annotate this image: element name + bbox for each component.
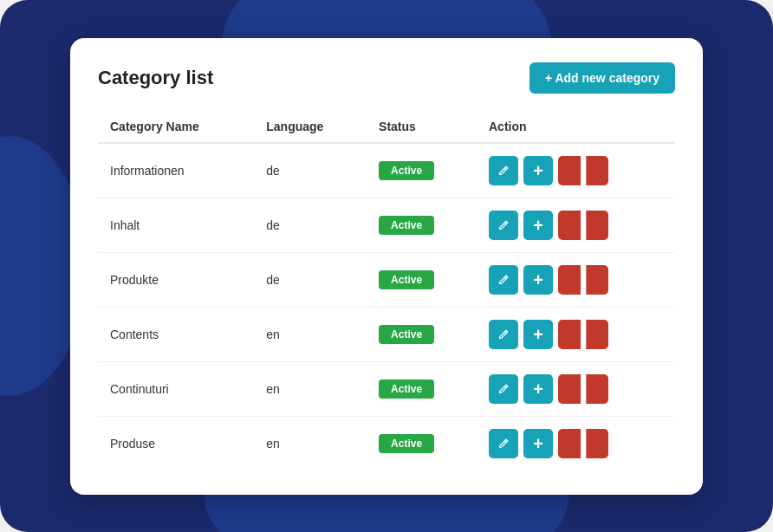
table-row: Produse en Active + <box>98 416 675 470</box>
edit-button[interactable] <box>489 156 518 185</box>
table-header-row: Category Name Language Status Action <box>98 111 675 143</box>
cell-action: + <box>477 361 675 416</box>
delete-button-right[interactable] <box>586 320 608 349</box>
cell-status: Active <box>367 361 477 416</box>
plus-icon: + <box>533 380 543 398</box>
status-badge: Active <box>379 434 434 453</box>
edit-icon <box>497 165 510 177</box>
cell-status: Active <box>367 143 477 198</box>
action-group: + <box>489 265 663 295</box>
page-title: Category list <box>98 67 213 89</box>
edit-button[interactable] <box>489 320 518 349</box>
delete-button-right[interactable] <box>586 374 608 404</box>
plus-icon: + <box>533 326 543 343</box>
status-badge: Active <box>379 270 434 289</box>
cell-status: Active <box>367 307 477 361</box>
cell-status: Active <box>367 416 477 470</box>
add-child-button[interactable]: + <box>523 211 553 240</box>
cell-action: + <box>477 416 675 470</box>
action-group: + <box>489 429 663 458</box>
cell-category-name: Continuturi <box>98 361 254 416</box>
add-child-button[interactable]: + <box>523 429 553 458</box>
page-background: Category list + Add new category Categor… <box>0 0 773 532</box>
delete-button-left[interactable] <box>558 429 581 458</box>
table-row: Contents en Active + <box>98 307 675 361</box>
col-category-name: Category Name <box>98 111 254 143</box>
cell-language: en <box>254 307 367 361</box>
cell-category-name: Informationen <box>98 143 254 198</box>
plus-icon: + <box>533 162 543 179</box>
table-row: Produkte de Active + <box>98 252 675 307</box>
table-body: Informationen de Active + <box>98 143 675 470</box>
add-child-button[interactable]: + <box>523 156 553 185</box>
plus-icon: + <box>533 271 543 289</box>
cell-action: + <box>477 143 675 198</box>
cell-action: + <box>477 252 675 307</box>
delete-button-left[interactable] <box>558 265 581 295</box>
card-header: Category list + Add new category <box>98 62 675 94</box>
delete-button-left[interactable] <box>558 320 581 349</box>
delete-button-right[interactable] <box>586 156 608 185</box>
action-group: + <box>489 374 663 404</box>
edit-icon <box>497 274 510 286</box>
plus-icon: + <box>533 435 543 452</box>
plus-icon: + <box>533 217 543 234</box>
edit-icon <box>497 383 510 395</box>
action-group: + <box>489 320 663 349</box>
status-badge: Active <box>379 216 434 235</box>
cell-language: de <box>254 252 367 307</box>
delete-button-left[interactable] <box>558 156 581 185</box>
cell-language: de <box>254 143 367 198</box>
cell-language: en <box>254 361 367 416</box>
cell-category-name: Contents <box>98 307 254 361</box>
cell-language: de <box>254 198 367 252</box>
status-badge: Active <box>379 380 434 399</box>
cell-status: Active <box>367 252 477 307</box>
action-group: + <box>489 211 663 240</box>
delete-button-right[interactable] <box>586 429 608 458</box>
edit-button[interactable] <box>489 429 518 458</box>
delete-button-left[interactable] <box>558 211 581 240</box>
status-badge: Active <box>379 161 434 180</box>
delete-button-right[interactable] <box>586 211 608 240</box>
category-table: Category Name Language Status Action Inf… <box>98 111 675 470</box>
cell-language: en <box>254 416 367 470</box>
table-row: Inhalt de Active + <box>98 198 675 252</box>
edit-icon <box>497 219 510 231</box>
cell-category-name: Produse <box>98 416 254 470</box>
table-header: Category Name Language Status Action <box>98 111 675 143</box>
table-row: Informationen de Active + <box>98 143 675 198</box>
add-new-category-button[interactable]: + Add new category <box>529 62 675 94</box>
edit-button[interactable] <box>489 374 518 404</box>
edit-icon <box>497 328 510 341</box>
cell-action: + <box>477 198 675 252</box>
delete-button-left[interactable] <box>558 374 581 404</box>
col-language: Language <box>254 111 367 143</box>
table-row: Continuturi en Active + <box>98 361 675 416</box>
status-badge: Active <box>379 325 434 344</box>
edit-button[interactable] <box>489 265 518 295</box>
col-status: Status <box>367 111 477 143</box>
cell-category-name: Produkte <box>98 252 254 307</box>
edit-button[interactable] <box>489 211 518 240</box>
add-child-button[interactable]: + <box>523 374 553 404</box>
cell-status: Active <box>367 198 477 252</box>
delete-button-right[interactable] <box>586 265 608 295</box>
main-card: Category list + Add new category Categor… <box>70 38 703 495</box>
edit-icon <box>497 438 510 450</box>
add-child-button[interactable]: + <box>523 265 553 295</box>
add-child-button[interactable]: + <box>523 320 553 349</box>
col-action: Action <box>477 111 675 143</box>
cell-category-name: Inhalt <box>98 198 254 252</box>
cell-action: + <box>477 307 675 361</box>
action-group: + <box>489 156 663 185</box>
